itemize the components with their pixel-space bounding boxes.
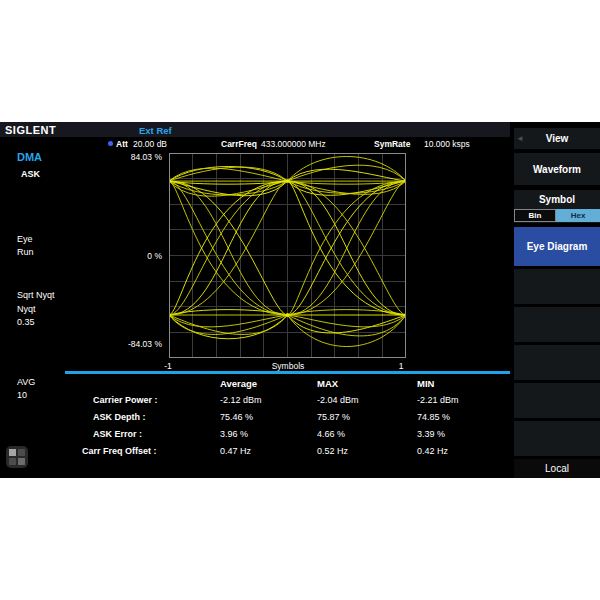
local-button[interactable]: Local [514, 459, 600, 478]
empty-softkey-slot [514, 345, 600, 380]
grid-icon-square [9, 449, 16, 456]
empty-softkey-slot [514, 269, 600, 304]
y-tick-top: 84.03 % [100, 152, 162, 162]
header-bar: SIGLENT Ext Ref [0, 122, 510, 137]
grid-icon-square [9, 458, 16, 465]
ext-ref-status: Ext Ref [139, 125, 172, 136]
att-indicator-icon [108, 141, 113, 146]
ask-error-average: 3.96 % [220, 429, 248, 439]
carr-freq-value: 433.000000 MHz [261, 139, 326, 149]
carrier-power-max: -2.04 dBm [317, 395, 359, 405]
row-label-ask-error: ASK Error : [93, 429, 142, 439]
eye-diagram-button[interactable]: Eye Diagram [514, 227, 600, 266]
empty-softkey-slot [514, 383, 600, 418]
grid-icon-square [18, 449, 25, 456]
att-value: 20.00 dB [133, 139, 167, 149]
carr-freq-offset-average: 0.47 Hz [220, 446, 251, 456]
grid-icon-square [18, 458, 25, 465]
ask-depth-average: 75.46 % [220, 412, 253, 422]
view-button[interactable]: ◄ View [514, 128, 600, 149]
hex-toggle-option[interactable]: Hex [556, 209, 600, 222]
menu-back-arrow-icon: ◄ [516, 134, 524, 143]
filter-alpha-value: 0.35 [17, 317, 35, 327]
col-header-max: MAX [317, 378, 338, 389]
local-button-label: Local [545, 463, 569, 474]
tx-filter-label: Sqrt Nyqt [17, 290, 55, 300]
run-state-label: Run [17, 247, 34, 257]
ask-error-max: 4.66 % [317, 429, 345, 439]
waveform-button-label: Waveform [533, 164, 581, 175]
col-header-min: MIN [417, 378, 434, 389]
symbol-button[interactable]: Symbol Bin Hex [514, 190, 600, 223]
waveform-button[interactable]: Waveform [514, 153, 600, 185]
sym-rate-value: 10.000 ksps [424, 139, 470, 149]
eye-diagram-button-label: Eye Diagram [527, 241, 588, 252]
row-label-carr-freq-offset: Carr Freq Offset : [82, 446, 157, 456]
y-tick-bottom: -84.03 % [100, 339, 162, 349]
instrument-screen: SIGLENT Ext Ref Att 20.00 dB CarrFreq 43… [0, 122, 600, 478]
softkey-sidebar: ◄ View Waveform Symbol Bin Hex Eye Diagr… [514, 122, 600, 478]
eye-diagram-plot [169, 153, 406, 358]
ask-error-min: 3.39 % [417, 429, 445, 439]
att-label: Att [116, 139, 128, 149]
carr-freq-offset-min: 0.42 Hz [417, 446, 448, 456]
avg-count: 10 [17, 390, 27, 400]
table-separator [65, 371, 510, 374]
empty-softkey-slot [514, 421, 600, 456]
x-tick-right: 1 [391, 361, 411, 371]
eye-diagram-canvas [169, 153, 406, 358]
avg-label: AVG [17, 377, 35, 387]
ask-depth-max: 75.87 % [317, 412, 350, 422]
carrier-power-average: -2.12 dBm [220, 395, 262, 405]
ask-depth-min: 74.85 % [417, 412, 450, 422]
page: SIGLENT Ext Ref Att 20.00 dB CarrFreq 43… [0, 0, 600, 600]
menu-grid-icon[interactable] [6, 446, 28, 468]
col-header-average: Average [220, 378, 257, 389]
carrier-power-min: -2.21 dBm [417, 395, 459, 405]
view-mode-label: Eye [17, 234, 33, 244]
carr-freq-offset-max: 0.52 Hz [317, 446, 348, 456]
row-label-ask-depth: ASK Depth : [93, 412, 146, 422]
x-tick-left: -1 [158, 361, 178, 371]
brand-logo: SIGLENT [5, 124, 56, 136]
y-tick-mid: 0 % [100, 251, 162, 261]
symbol-format-toggle: Bin Hex [514, 209, 600, 222]
symbol-button-label: Symbol [514, 194, 600, 205]
view-button-label: View [546, 133, 569, 144]
modulation-label: ASK [21, 169, 40, 179]
ref-filter-label: Nyqt [17, 304, 36, 314]
carr-freq-label: CarrFreq [221, 139, 257, 149]
bin-toggle-option[interactable]: Bin [514, 209, 556, 222]
x-axis-title: Symbols [253, 361, 323, 371]
mode-label: DMA [17, 151, 42, 163]
row-label-carrier-power: Carrier Power : [93, 395, 158, 405]
sym-rate-label: SymRate [374, 139, 410, 149]
empty-softkey-slot [514, 307, 600, 342]
